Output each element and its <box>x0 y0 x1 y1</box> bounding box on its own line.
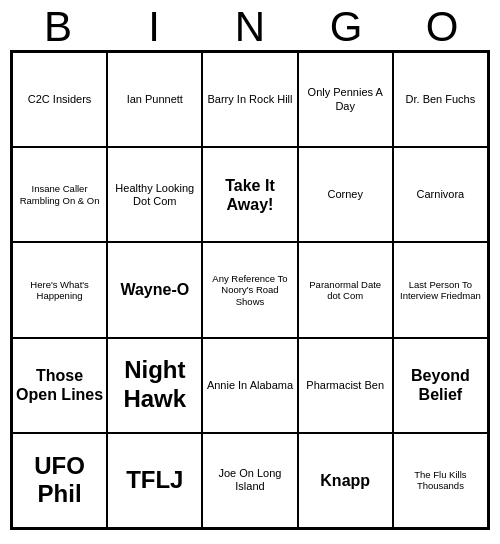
cell-r4-c3[interactable]: Knapp <box>298 433 393 528</box>
cell-r4-c1[interactable]: TFLJ <box>107 433 202 528</box>
cell-r0-c2[interactable]: Barry In Rock Hill <box>202 52 297 147</box>
cell-r1-c2[interactable]: Take It Away! <box>202 147 297 242</box>
bingo-header: BINGO <box>10 0 490 50</box>
cell-r2-c2[interactable]: Any Reference To Noory's Road Shows <box>202 242 297 337</box>
cell-r1-c1[interactable]: Healthy Looking Dot Com <box>107 147 202 242</box>
cell-r3-c4[interactable]: Beyond Belief <box>393 338 488 433</box>
header-letter-g: G <box>302 6 390 48</box>
cell-r4-c4[interactable]: The Flu Kills Thousands <box>393 433 488 528</box>
bingo-grid: C2C InsidersIan PunnettBarry In Rock Hil… <box>10 50 490 530</box>
cell-r2-c0[interactable]: Here's What's Happening <box>12 242 107 337</box>
cell-r3-c1[interactable]: Night Hawk <box>107 338 202 433</box>
cell-r2-c4[interactable]: Last Person To Interview Friedman <box>393 242 488 337</box>
cell-r2-c1[interactable]: Wayne-O <box>107 242 202 337</box>
cell-r0-c0[interactable]: C2C Insiders <box>12 52 107 147</box>
cell-r3-c3[interactable]: Pharmacist Ben <box>298 338 393 433</box>
header-letter-b: B <box>14 6 102 48</box>
cell-r3-c2[interactable]: Annie In Alabama <box>202 338 297 433</box>
header-letter-o: O <box>398 6 486 48</box>
cell-r1-c4[interactable]: Carnivora <box>393 147 488 242</box>
cell-r0-c1[interactable]: Ian Punnett <box>107 52 202 147</box>
cell-r0-c3[interactable]: Only Pennies A Day <box>298 52 393 147</box>
header-letter-n: N <box>206 6 294 48</box>
cell-r1-c0[interactable]: Insane Caller Rambling On & On <box>12 147 107 242</box>
cell-r0-c4[interactable]: Dr. Ben Fuchs <box>393 52 488 147</box>
cell-r1-c3[interactable]: Corney <box>298 147 393 242</box>
header-letter-i: I <box>110 6 198 48</box>
cell-r4-c0[interactable]: UFO Phil <box>12 433 107 528</box>
cell-r4-c2[interactable]: Joe On Long Island <box>202 433 297 528</box>
cell-r2-c3[interactable]: Paranormal Date dot Com <box>298 242 393 337</box>
cell-r3-c0[interactable]: Those Open Lines <box>12 338 107 433</box>
